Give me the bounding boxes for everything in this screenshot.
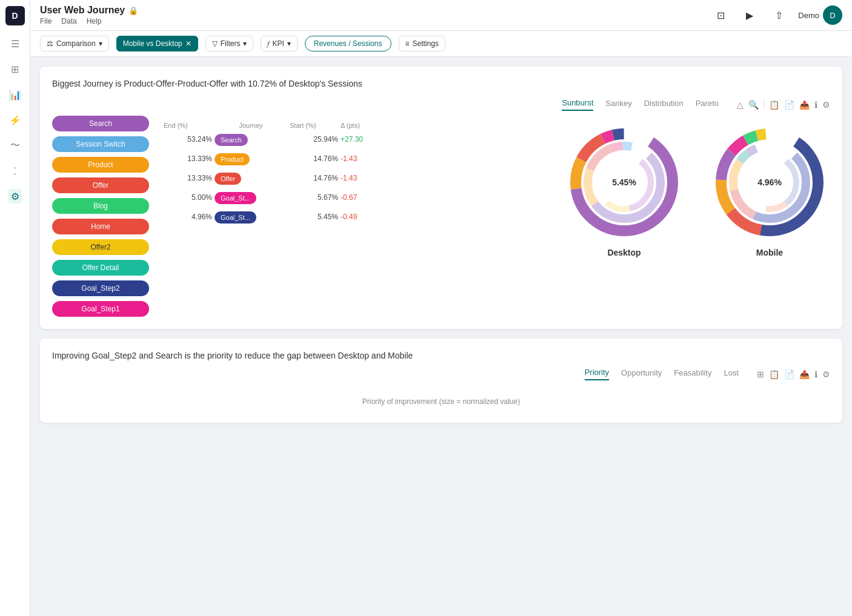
header-journey: Journey: [215, 122, 287, 129]
revenues-label: Revenues / Sessions: [314, 39, 382, 48]
zoom-icon[interactable]: 🔍: [748, 100, 759, 110]
menu-file[interactable]: File: [40, 17, 52, 25]
settings-button[interactable]: ≡ Settings: [399, 36, 445, 51]
desktop-label: Desktop: [607, 248, 641, 257]
sidebar-icon-dots[interactable]: ⁚: [8, 164, 22, 178]
demo-label: Demo: [798, 11, 819, 20]
legend-offer[interactable]: Offer: [52, 177, 149, 193]
table-row: 5.00% Goal_St... 5.67% -0.67: [161, 192, 551, 203]
mode-close: ✕: [185, 39, 191, 48]
info-icon[interactable]: ℹ: [814, 100, 817, 110]
header-end: End (%): [164, 122, 212, 129]
desktop-donut: 5.45%: [564, 122, 685, 243]
legend: Search Session Switch Product Offer Blog…: [52, 116, 149, 317]
start-pct-1: 25.94%: [290, 135, 338, 144]
header-delta: Δ (pts): [341, 122, 383, 129]
journey-badge-offer: Offer: [215, 173, 241, 185]
sidebar-icon-menu[interactable]: ☰: [8, 36, 22, 51]
delta-4: -0.67: [341, 193, 383, 202]
card2-tab-bar: Priority Opportunity Feasability Lost ⊞ …: [52, 368, 830, 380]
journey-badge-search: Search: [215, 134, 248, 146]
kpi-button[interactable]: 𝑓 KPI ▾: [261, 36, 297, 51]
play-icon[interactable]: ▶: [740, 5, 759, 25]
sidebar-icon-bar[interactable]: 📊: [8, 87, 22, 102]
legend-goal-step1[interactable]: Goal_Step1: [52, 301, 149, 317]
legend-blog[interactable]: Blog: [52, 198, 149, 214]
tab-distribution[interactable]: Distribution: [644, 99, 684, 110]
card1-tab-icons: △ 🔍 📋 📄 📤 ℹ ⚙: [737, 100, 830, 110]
grid-icon[interactable]: ⊞: [757, 369, 764, 379]
tab-sankey[interactable]: Sankey: [605, 99, 631, 110]
end-pct-4: 5.00%: [164, 193, 212, 202]
legend-home[interactable]: Home: [52, 219, 149, 234]
tab-pareto[interactable]: Pareto: [696, 99, 719, 110]
page-title: User Web Journey 🔒: [40, 5, 138, 16]
top-header: User Web Journey 🔒 File Data Help ⊡ ▶ ⇧ …: [30, 0, 852, 31]
tab-lost[interactable]: Lost: [724, 368, 739, 380]
legend-search[interactable]: Search: [52, 116, 149, 131]
tab-sunburst[interactable]: Sunburst: [562, 98, 593, 111]
delta-2: -1.43: [341, 154, 383, 163]
start-pct-4: 5.67%: [290, 193, 338, 202]
menu-help[interactable]: Help: [87, 17, 102, 25]
config-icon[interactable]: ⚙: [822, 100, 830, 110]
journey-badge-product: Product: [215, 153, 250, 165]
filters-button[interactable]: ▽ Filters ▾: [205, 36, 254, 51]
delta-3: -1.43: [341, 174, 383, 182]
journey-badge-goal1: Goal_St...: [215, 192, 256, 204]
delta-5: -0.49: [341, 213, 383, 221]
info2-icon[interactable]: ℹ: [814, 369, 817, 379]
comparison-button[interactable]: ⚖ Comparison ▾: [40, 36, 109, 51]
filters-label: Filters: [221, 39, 241, 48]
journey-badge-goal2: Goal_St...: [215, 211, 256, 224]
share-icon[interactable]: ⇧: [769, 5, 788, 25]
menu-bar: File Data Help: [40, 17, 138, 25]
title-text: User Web Journey: [40, 5, 125, 16]
config2-icon[interactable]: ⚙: [822, 369, 830, 379]
tab-priority[interactable]: Priority: [585, 368, 609, 380]
legend-session-switch[interactable]: Session Switch: [52, 136, 149, 152]
table-row: 53.24% Search 25.94% +27.30: [161, 134, 551, 145]
export4-icon[interactable]: 📋: [769, 369, 779, 379]
legend-offer-detail[interactable]: Offer Detail: [52, 260, 149, 276]
card1-tab-bar: Sunburst Sankey Distribution Pareto △ 🔍 …: [52, 98, 830, 111]
header-start: Start (%): [290, 122, 338, 129]
export5-icon[interactable]: 📄: [784, 369, 794, 379]
sidebar: D ☰ ⊞ 📊 ⚡ 〜 ⁚ ⚙: [0, 0, 30, 616]
triangle-icon[interactable]: △: [737, 100, 744, 110]
card1-title: Biggest Journey is Product-Offer-Product…: [52, 79, 830, 88]
legend-product[interactable]: Product: [52, 157, 149, 173]
sidebar-icon-wave[interactable]: 〜: [8, 138, 22, 153]
demo-button[interactable]: Demo D: [798, 5, 842, 25]
sidebar-icon-chart[interactable]: ⊞: [8, 62, 22, 76]
sidebar-icon-gear[interactable]: ⚙: [8, 189, 22, 204]
export2-icon[interactable]: 📄: [784, 100, 794, 110]
lock-icon: 🔒: [128, 6, 138, 15]
app-logo[interactable]: D: [5, 6, 25, 25]
charts-area: 5.45% Desktop: [564, 116, 830, 263]
legend-offer2[interactable]: Offer2: [52, 239, 149, 255]
end-pct-3: 13.33%: [164, 174, 212, 182]
comparison-icon: ⚖: [47, 39, 53, 48]
divider: [764, 100, 764, 110]
tab-feasability[interactable]: Feasability: [674, 368, 711, 380]
content-area: Biggest Journey is Product-Offer-Product…: [30, 57, 852, 616]
sidebar-icon-spike[interactable]: ⚡: [8, 113, 22, 127]
start-pct-3: 14.76%: [290, 174, 338, 182]
legend-goal-step2[interactable]: Goal_Step2: [52, 280, 149, 296]
export1-icon[interactable]: 📋: [769, 100, 779, 110]
start-pct-5: 5.45%: [290, 213, 338, 221]
end-pct-2: 13.33%: [164, 154, 212, 163]
menu-data[interactable]: Data: [61, 17, 76, 25]
comparison-label: Comparison: [56, 39, 96, 48]
header-right: ⊡ ▶ ⇧ Demo D: [711, 5, 842, 25]
revenues-button[interactable]: Revenues / Sessions: [305, 36, 391, 51]
table-row: 4.96% Goal_St... 5.45% -0.49: [161, 211, 551, 222]
export6-icon[interactable]: 📤: [799, 369, 810, 379]
comparison-chevron: ▾: [99, 39, 102, 48]
present-icon[interactable]: ⊡: [711, 5, 730, 25]
tab-opportunity[interactable]: Opportunity: [621, 368, 662, 380]
export3-icon[interactable]: 📤: [799, 100, 810, 110]
mode-button[interactable]: Mobile vs Desktop ✕: [116, 36, 198, 51]
delta-1: +27.30: [341, 135, 383, 144]
